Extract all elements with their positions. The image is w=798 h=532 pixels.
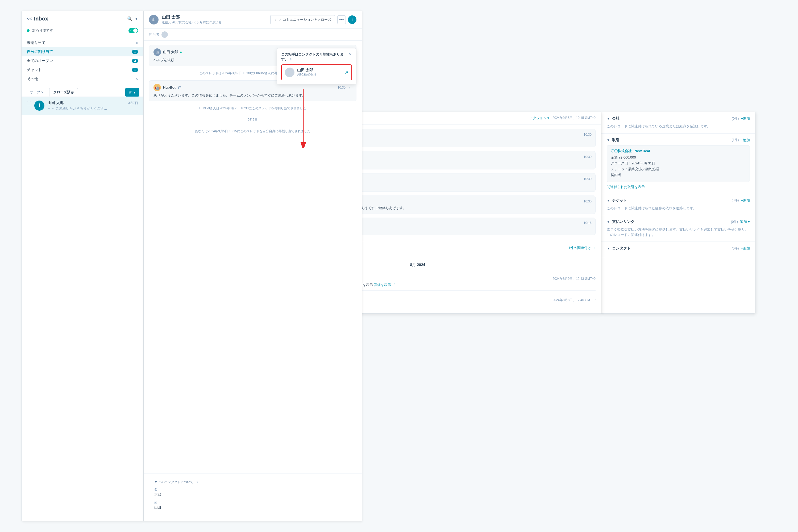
sidebar-item-unassigned[interactable]: 未割り当て 0 (22, 38, 144, 48)
ticket-desc: このレコードに関連付けられた顧客の依頼を追跡します。 (607, 206, 750, 211)
inbox-item-checkbox[interactable] (27, 101, 31, 105)
inbox-menu-btn[interactable]: ▼ (135, 17, 138, 21)
suggestion-contact-info: 山田 太郎 ABC株式会社 (297, 68, 317, 77)
activity-date: 2024年8月9日、12:43 GMT+9 (552, 277, 595, 281)
conversation-panel: 山 山田 太郎 送信元 ABC株式会社 • 6ヶ月前に作成済み ✓ ✓ コミュニ… (144, 11, 362, 521)
ticket-add-button[interactable]: +追加 (741, 198, 750, 203)
company-section: ▼ 会社 (0件) +追加 このレコードに関連付けられている企業または組織を確認… (602, 112, 755, 134)
tab-open[interactable]: オープン (26, 88, 48, 97)
wc-msg-1-time: 10:30 (584, 133, 592, 136)
ticket-toggle-icon[interactable]: ▼ (607, 199, 610, 203)
payment-count: (0件) (731, 220, 738, 224)
external-link-icon[interactable]: ↗ (345, 70, 348, 75)
cf-first-name: 名 太郎 (154, 488, 351, 497)
system-msg-3: あなたは2024年9月5日 10:15にこのスレッドを自分自身に再割り当てされま… (149, 128, 357, 135)
status-toggle[interactable]: ✓ (129, 28, 138, 33)
wc-msg-4-time: 10:30 (584, 200, 592, 203)
ticket-count: (0件) (732, 198, 739, 203)
tab-new-arrow: ▾ (134, 91, 135, 94)
cf-last-name: 姓 山田 (154, 500, 351, 510)
sidebar-item-chat[interactable]: チャット 1 (22, 65, 144, 75)
cf-first-name-value: 太郎 (154, 492, 351, 497)
cf-first-name-label: 名 (154, 488, 351, 492)
contact-right-section: ▼ コンタクト (0件) +追加 (602, 242, 755, 258)
payment-toggle-icon[interactable]: ▼ (607, 220, 610, 224)
msg-2-more[interactable]: ⋮ (348, 85, 352, 90)
inbox-item-content: 山田 太郎 3月7日 ↩ ← ご連絡いただきありがとうごさ... (48, 100, 138, 111)
right-panels: ▼ 会社 (0件) +追加 このレコードに関連付けられている企業または組織を確認… (601, 112, 756, 314)
conv-more-button[interactable]: ••• (337, 15, 346, 24)
cf-last-name-label: 姓 (154, 500, 351, 505)
deal-add-button[interactable]: +追加 (741, 138, 750, 142)
online-indicator: ● (180, 50, 182, 54)
deal-card-name[interactable]: 〇〇株式会社 - New Deal (611, 149, 746, 153)
inbox-header: << Inbox 🔍 ▼ (22, 11, 144, 25)
msg-1-avatar: 山 (153, 49, 161, 56)
nav-count-allopen: 3 (132, 59, 138, 63)
deal-section-header: ▼ 取引 (1件) +追加 (607, 138, 750, 142)
conv-header-actions: ✓ ✓ コミュニケーションをクローズ ••• i (270, 15, 357, 24)
conv-source: 送信元 ABC株式会社 (162, 20, 191, 24)
inbox-item-avatar: 山 (34, 100, 44, 111)
deal-amount: 金額 ¥2,000,000 (611, 155, 746, 160)
inbox-search-icon[interactable]: 🔍 (127, 16, 132, 21)
msg-2-header: 🤖 HubBot 🏷 10:30 ⋮ (153, 84, 352, 91)
wc-msg-3-time: 10:30 (584, 177, 592, 181)
nav-count-unassigned: 0 (136, 41, 138, 45)
deal-toggle-icon[interactable]: ▼ (607, 138, 610, 142)
assignee-avatar (162, 32, 168, 38)
contact-info-section: ▼ このコンタクトについて ℹ 名 太郎 姓 山田 (144, 473, 362, 521)
inbox-title: Inbox (34, 16, 125, 22)
deal-stage: ステージ：最終交渉／契約処理・ (611, 167, 746, 172)
check-icon: ✓ (274, 18, 277, 22)
tab-new[interactable]: 新 ▾ (125, 88, 139, 97)
company-toggle-icon[interactable]: ▼ (607, 117, 610, 120)
contact-right-add-button[interactable]: +追加 (741, 246, 750, 251)
close-communication-button[interactable]: ✓ ✓ コミュニケーションをクローズ (270, 15, 335, 24)
deal-section: ▼ 取引 (1件) +追加 〇〇株式会社 - New Deal 金額 ¥2,00… (602, 134, 755, 194)
conv-contact-name: 山田 太郎 (162, 15, 267, 20)
date-divider-sept5: 9月5日 (149, 115, 357, 124)
assignee-row: 担当者 (144, 29, 362, 41)
activity-detail-link[interactable]: 詳細を表示 ↗ (374, 283, 396, 287)
inbox-item-date: 3月7日 (128, 101, 138, 105)
sidebar-item-all-open[interactable]: 全てのオープン 3 (22, 56, 144, 65)
inbox-back-icon[interactable]: << (27, 17, 32, 21)
suggestion-info-icon[interactable]: ℹ (290, 57, 291, 61)
sidebar-item-self-assigned[interactable]: 自分に割り当て 1 (22, 48, 144, 56)
conv-header-info: 山田 太郎 送信元 ABC株式会社 • 6ヶ月前に作成済み (162, 15, 267, 25)
payment-desc: 素早く柔軟な支払い方法を顧客に提供します。支払いリンクを追加して支払いを受け取り… (607, 227, 750, 237)
status-dot (27, 29, 30, 32)
deal-show-all-link[interactable]: 関連付られた取引を表示 (607, 185, 750, 189)
related-count-link[interactable]: 1件の関連付け → (568, 244, 595, 251)
contact-section-header-conv[interactable]: ▼ このコンタクトについて ℹ (149, 477, 357, 488)
suggestion-contact-company: ABC株式会社 (297, 73, 317, 77)
suggestion-contact-card[interactable]: 山田 太郎 ABC株式会社 ↗ (281, 64, 352, 80)
inbox-list-item[interactable]: 山 山田 太郎 3月7日 ↩ ← ご連絡いただきありがとうごさ... (22, 97, 144, 115)
tab-closed[interactable]: クローズ済み (49, 88, 78, 97)
inbox-item-name: 山田 太郎 (48, 100, 63, 105)
deal-close-date: クローズ日：2024年8月31日 (611, 161, 746, 166)
company-add-button[interactable]: +追加 (741, 116, 750, 121)
ticket-section: ▼ チケット (0件) +追加 このレコードに関連付けられた顧客の依頼を追跡しま… (602, 194, 755, 215)
webchat-action-link[interactable]: アクション ▾ (529, 116, 550, 120)
conv-header: 山 山田 太郎 送信元 ABC株式会社 • 6ヶ月前に作成済み ✓ ✓ コミュニ… (144, 11, 362, 29)
deal-count: (1件) (732, 138, 739, 142)
conv-info-button[interactable]: i (348, 15, 357, 24)
assignee-label: 担当者 (149, 32, 159, 37)
suggestion-contact-name: 山田 太郎 (297, 68, 317, 73)
conv-header-sub: 送信元 ABC株式会社 • 6ヶ月前に作成済み (162, 20, 267, 25)
nav-label-other: その他 (27, 77, 136, 81)
tab-new-label: 新 (129, 90, 132, 95)
company-title: 会社 (612, 116, 732, 121)
sidebar-item-other[interactable]: その他 > (22, 75, 144, 83)
ticket-title: チケット (612, 198, 732, 203)
contact-toggle-icon[interactable]: ▼ (607, 247, 610, 250)
msg-2-sender: HubBot 🏷 (163, 86, 336, 89)
payment-add-button[interactable]: 追加 ▾ (740, 220, 750, 224)
hubbot-avatar: 🤖 (153, 84, 161, 91)
conv-header-avatar: 山 (149, 15, 158, 24)
suggestion-close-icon[interactable]: ✕ (349, 52, 352, 56)
close-comm-label: ✓ コミュニケーションをクローズ (279, 17, 331, 22)
webchat-actions: アクション ▾ 2024年9月5日、10:15 GMT+9 (529, 116, 595, 120)
